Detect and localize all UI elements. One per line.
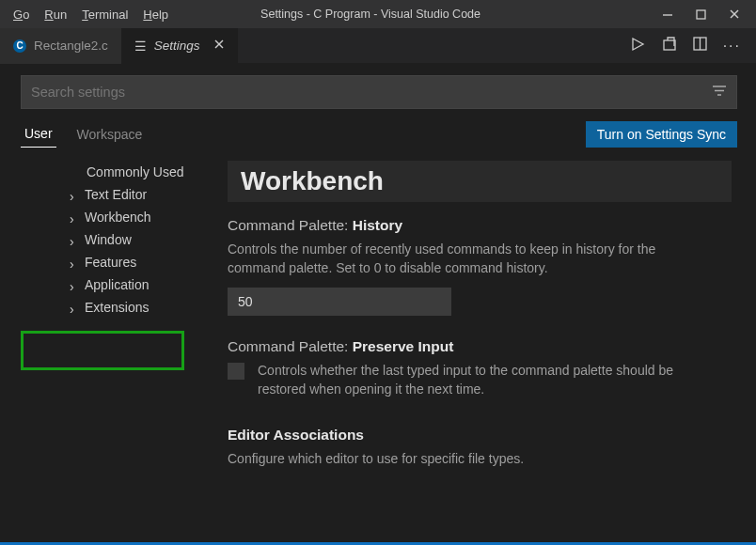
titlebar: Go Run Terminal Help Settings - C Progra… [0,0,756,28]
history-input[interactable] [228,288,451,316]
setting-desc: Controls whether the last typed input to… [258,361,718,399]
open-aside-icon[interactable] [661,36,677,55]
search-row [21,75,737,109]
chevron-right-icon: › [70,279,74,294]
sidebar-item-text-editor[interactable]: ›Text Editor [21,183,228,206]
content-row: Commonly Used ›Text Editor ›Workbench ›W… [21,155,737,545]
sidebar-item-workbench[interactable]: ›Workbench [21,206,228,228]
scope-workspace[interactable]: Workspace [73,121,147,148]
run-icon[interactable] [629,36,646,56]
filter-icon[interactable] [712,84,727,101]
chevron-right-icon: › [70,302,74,317]
svg-rect-1 [697,10,705,19]
chevron-right-icon: › [70,189,74,204]
window-title: Settings - C Program - Visual Studio Cod… [80,8,661,21]
setting-preserve-input: Command Palette: Preserve Input Controls… [228,338,732,399]
setting-title: Command Palette: Preserve Input [228,338,732,355]
maximize-button[interactable] [695,8,707,21]
sidebar-item-extensions[interactable]: ›Extensions [21,296,228,319]
sidebar-item-application[interactable]: ›Application [21,273,228,296]
section-heading: Workbench [241,166,718,196]
tab-settings[interactable]: ☰ Settings [121,28,238,64]
editor-actions: ··· [629,36,756,56]
chevron-right-icon: › [70,257,74,272]
preserve-input-checkbox[interactable] [228,363,244,380]
settings-sidebar: Commonly Used ›Text Editor ›Workbench ›W… [21,155,228,545]
sidebar-item-commonly-used[interactable]: Commonly Used [21,161,228,183]
sync-button[interactable]: Turn on Settings Sync [586,121,737,148]
window-controls [661,8,741,21]
minimize-button[interactable] [661,8,674,21]
svg-rect-7 [664,40,675,50]
setting-title: Command Palette: History [228,217,732,234]
tab-label: Rectangle2.c [34,39,108,53]
setting-editor-associations: Editor Associations Configure which edit… [228,427,732,468]
chevron-right-icon: › [70,211,74,226]
scope-row: User Workspace Turn on Settings Sync [21,120,737,148]
search-input[interactable] [31,85,712,100]
sidebar-item-features[interactable]: ›Features [21,251,228,273]
section-banner: Workbench [228,161,732,202]
tab-bar: C Rectangle2.c ☰ Settings ··· [0,28,756,64]
tab-rectangle2[interactable]: C Rectangle2.c [0,28,121,64]
settings-body: User Workspace Turn on Settings Sync Com… [0,64,756,545]
close-button[interactable] [728,8,741,21]
chevron-right-icon: › [70,234,74,249]
more-icon[interactable]: ··· [723,38,741,54]
tab-label: Settings [154,39,200,53]
setting-title: Editor Associations [228,427,732,444]
menu-run[interactable]: Run [39,6,72,23]
setting-desc: Controls the number of recently used com… [228,240,688,278]
c-file-icon: C [13,39,26,53]
settings-main: Workbench Command Palette: History Contr… [228,155,737,545]
split-editor-icon[interactable] [692,36,708,55]
menu-go[interactable]: Go [8,6,35,23]
sidebar-item-window[interactable]: ›Window [21,228,228,251]
setting-history: Command Palette: History Controls the nu… [228,217,732,338]
settings-list-icon: ☰ [134,39,147,54]
close-icon[interactable] [213,39,225,53]
setting-desc: Configure which editor to use for specif… [228,449,688,468]
svg-marker-6 [633,39,643,50]
scope-user[interactable]: User [21,120,56,148]
